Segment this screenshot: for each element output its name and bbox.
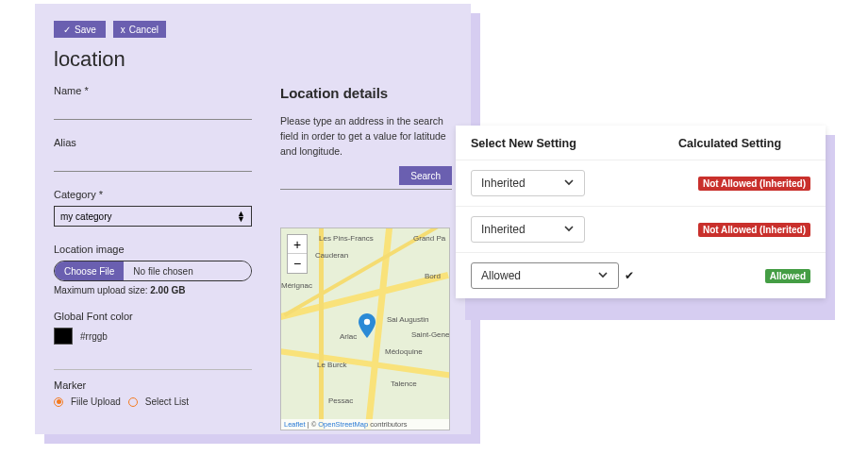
file-picker: Choose File No file chosen — [54, 261, 252, 281]
permission-value: Inherited — [481, 223, 526, 236]
permission-row: Allowed✔Allowed — [456, 252, 826, 298]
name-label: Name * — [54, 85, 252, 96]
marker-section-label: Marker — [54, 379, 252, 391]
map-town-label: Cauderan — [315, 251, 348, 260]
permissions-header: Select New Setting Calculated Setting — [456, 126, 826, 160]
leaflet-link[interactable]: Leaflet — [284, 420, 306, 429]
svg-point-0 — [364, 319, 370, 325]
map-town-label: Les Pins-Francs — [319, 234, 374, 243]
category-value: my category — [60, 211, 111, 222]
category-select[interactable]: my category ▲▼ — [54, 206, 252, 227]
color-picker-row: #rrggb — [54, 328, 252, 345]
form-left-column: Name * Alias Category * my category ▲▼ L… — [54, 85, 252, 430]
search-button[interactable]: Search — [399, 166, 452, 185]
color-placeholder: #rrggb — [80, 331, 108, 342]
close-icon: x — [121, 25, 125, 35]
permission-value: Allowed — [481, 269, 521, 282]
zoom-out-button[interactable]: − — [288, 254, 307, 273]
cancel-button[interactable]: x Cancel — [113, 21, 166, 38]
status-badge: Not Allowed (Inherited) — [698, 177, 810, 191]
map-zoom-control: + − — [287, 234, 308, 274]
choose-file-button[interactable]: Choose File — [55, 261, 124, 280]
alias-label: Alias — [54, 137, 252, 148]
map-town-label: Sai Augustin — [387, 315, 428, 324]
permissions-panel: Select New Setting Calculated Setting In… — [456, 126, 826, 298]
check-icon: ✓ — [63, 25, 71, 35]
image-label: Location image — [54, 244, 252, 255]
form-right-column: Location details Please type an address … — [280, 85, 452, 430]
radio-file-upload-label: Fiile Upload — [71, 396, 121, 407]
col-select-new: Select New Setting — [471, 137, 678, 150]
map-town-label: Pessac — [328, 396, 353, 405]
chevron-down-icon — [597, 269, 609, 283]
permission-row: InheritedNot Allowed (Inherited) — [456, 160, 826, 206]
radio-select-list[interactable] — [128, 397, 138, 407]
permission-row: InheritedNot Allowed (Inherited) — [456, 206, 826, 252]
details-help: Please type an address in the search fie… — [280, 114, 452, 159]
chevron-updown-icon: ▲▼ — [237, 211, 245, 222]
color-swatch[interactable] — [54, 328, 73, 345]
action-bar: ✓ Save x Cancel — [54, 21, 452, 38]
search-underline — [280, 189, 452, 190]
radio-file-upload[interactable] — [54, 397, 63, 407]
map-town-label: Bord — [425, 272, 441, 280]
map-marker-icon — [359, 313, 376, 338]
permission-select[interactable]: Inherited — [471, 170, 585, 196]
details-heading: Location details — [280, 85, 452, 101]
file-status: No file chosen — [124, 261, 251, 280]
map-attribution: Leaflet | © OpenStreetMap contributors — [281, 419, 449, 430]
map-town-label: Médoquine — [385, 347, 423, 356]
alias-input[interactable] — [54, 156, 252, 172]
map-town-label: Saint-Gene — [411, 330, 449, 339]
category-label: Category * — [54, 189, 252, 200]
save-label: Save — [75, 25, 96, 35]
name-input[interactable] — [54, 104, 252, 120]
map-town-label: Talence — [391, 379, 417, 388]
location-form-panel: ✓ Save x Cancel location Name * Alias Ca… — [35, 4, 471, 434]
status-badge: Allowed — [765, 269, 810, 283]
divider — [54, 369, 252, 370]
map[interactable]: Les Pins-Francs Grand Pa Cauderan Bord M… — [280, 228, 450, 430]
marker-radio-group: Fiile Upload Select List — [54, 396, 252, 407]
permission-value: Inherited — [481, 177, 526, 190]
map-town-label: Mérignac — [281, 281, 312, 290]
save-button[interactable]: ✓ Save — [54, 21, 106, 38]
check-icon: ✔ — [625, 269, 638, 282]
cancel-label: Cancel — [129, 25, 159, 35]
radio-select-list-label: Select List — [145, 396, 189, 407]
chevron-down-icon — [563, 223, 575, 237]
max-upload-hint: Maximum upload size: 2.00 GB — [54, 285, 252, 295]
chevron-down-icon — [563, 177, 575, 191]
zoom-in-button[interactable]: + — [288, 235, 307, 254]
map-town-label: Le Burck — [317, 361, 347, 369]
font-color-label: Global Font color — [54, 311, 252, 322]
permission-select[interactable]: Inherited — [471, 216, 585, 243]
col-calculated: Calculated Setting — [678, 137, 810, 150]
status-badge: Not Allowed (Inherited) — [698, 223, 810, 237]
map-town-label: Grand Pa — [413, 234, 445, 243]
permission-select[interactable]: Allowed — [471, 262, 619, 289]
map-town-label: Arlac — [340, 332, 357, 341]
page-title: location — [54, 47, 452, 72]
osm-link[interactable]: OpenStreetMap — [318, 420, 368, 429]
